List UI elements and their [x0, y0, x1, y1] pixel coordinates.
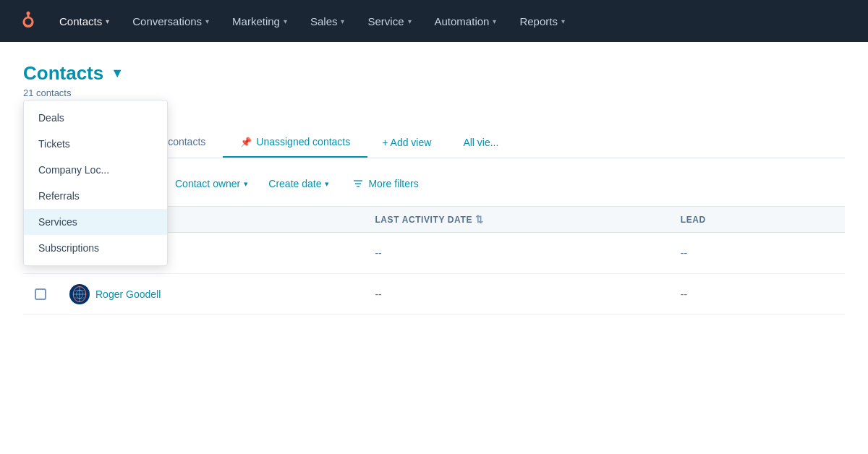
row-checkbox-2[interactable]: [35, 288, 69, 300]
header-lead-col: LEAD: [681, 215, 833, 225]
contacts-chevron-icon: ▾: [106, 17, 109, 25]
reports-chevron-icon: ▾: [561, 17, 565, 25]
lead-cell-2: --: [681, 288, 833, 300]
contact-link-2[interactable]: Roger Goodell: [95, 288, 161, 300]
table-row: Roger Goodell -- --: [23, 274, 845, 315]
contacts-dropdown-menu: Deals Tickets Company Loc... Referrals S…: [23, 100, 168, 266]
automation-chevron-icon: ▾: [493, 17, 496, 25]
add-view-button[interactable]: + Add view: [367, 128, 446, 157]
dropdown-item-services[interactable]: Services: [24, 209, 167, 235]
service-chevron-icon: ▾: [408, 17, 412, 25]
activity-cell-1: --: [375, 247, 680, 259]
contact-owner-chevron-icon: ▾: [244, 179, 248, 189]
create-date-filter[interactable]: Create date ▾: [258, 172, 339, 195]
dropdown-item-deals[interactable]: Deals: [24, 105, 167, 131]
unassigned-pin-icon: 📌: [240, 137, 252, 147]
hubspot-logo[interactable]: [12, 7, 41, 35]
nav-marketing[interactable]: Marketing ▾: [222, 9, 297, 33]
page-title-chevron-icon[interactable]: ▼: [111, 66, 124, 81]
dropdown-item-company-loc[interactable]: Company Loc...: [24, 157, 167, 183]
top-navigation: Contacts ▾ Conversations ▾ Marketing ▾ S…: [0, 0, 868, 42]
page-title: Contacts: [23, 62, 103, 85]
conversations-chevron-icon: ▾: [205, 17, 209, 25]
dropdown-item-subscriptions[interactable]: Subscriptions: [24, 235, 167, 261]
create-date-chevron-icon: ▾: [325, 179, 329, 189]
contact-count: 21 contacts: [23, 87, 845, 98]
nav-reports[interactable]: Reports ▾: [509, 9, 575, 33]
header-activity-col: LAST ACTIVITY DATE ⇅: [375, 214, 680, 225]
contact-owner-filter[interactable]: Contact owner ▾: [165, 172, 258, 195]
sales-chevron-icon: ▾: [341, 17, 344, 25]
filter-lines-icon: [352, 178, 364, 189]
nav-sales[interactable]: Sales ▾: [300, 9, 355, 33]
page-content: Contacts ▼ 21 contacts Deals Tickets Com…: [0, 42, 868, 315]
nav-contacts[interactable]: Contacts ▾: [49, 9, 119, 33]
dropdown-item-tickets[interactable]: Tickets: [24, 131, 167, 157]
page-title-row: Contacts ▼: [23, 62, 845, 85]
checkbox-2[interactable]: [35, 288, 46, 300]
dropdown-item-referrals[interactable]: Referrals: [24, 183, 167, 209]
lead-cell-1: --: [681, 247, 833, 259]
nfl-logo-avatar: [69, 284, 90, 304]
tab-unassigned-contacts[interactable]: 📌 Unassigned contacts: [223, 127, 367, 158]
nav-conversations[interactable]: Conversations ▾: [122, 9, 219, 33]
all-views-link[interactable]: All vie...: [448, 128, 513, 157]
nav-service[interactable]: Service ▾: [357, 9, 421, 33]
marketing-chevron-icon: ▾: [284, 17, 287, 25]
activity-sort-icon[interactable]: ⇅: [475, 214, 484, 225]
contact-name-cell-2: Roger Goodell: [69, 284, 375, 304]
activity-cell-2: --: [375, 288, 680, 300]
more-filters-button[interactable]: More filters: [342, 172, 428, 195]
nav-automation[interactable]: Automation ▾: [425, 9, 507, 33]
